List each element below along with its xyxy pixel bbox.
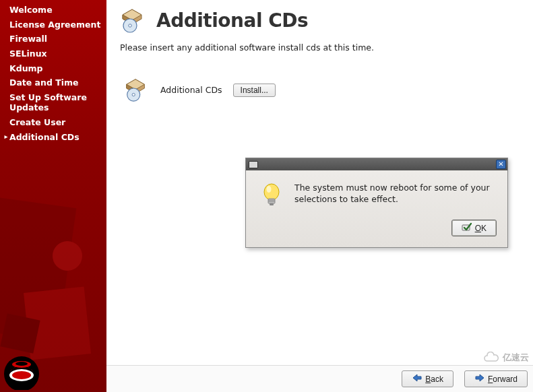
back-button[interactable]: Back xyxy=(402,370,453,387)
sidebar-item-additionalcds[interactable]: ▸ Additional CDs xyxy=(0,130,106,145)
watermark: 亿速云 xyxy=(482,352,529,364)
dialog-message: The system must now reboot for some of y… xyxy=(294,183,494,210)
wizard-footer: Back Forward xyxy=(106,365,533,392)
redhat-logo xyxy=(0,350,47,392)
dialog-titlebar[interactable]: ✕ xyxy=(246,158,507,170)
svg-point-3 xyxy=(53,241,82,271)
sidebar-item-welcome[interactable]: Welcome xyxy=(0,3,106,18)
sidebar-item-label: Additional CDs xyxy=(9,132,102,143)
apply-icon xyxy=(462,222,472,234)
sidebar-marker xyxy=(3,20,9,20)
page-title: Additional CDs xyxy=(156,9,308,32)
sidebar-item-label: Date and Time xyxy=(9,77,102,88)
svg-rect-2 xyxy=(0,313,40,353)
sidebar-item-label: Set Up Software Updates xyxy=(9,92,102,113)
box-cd-icon xyxy=(119,5,147,36)
sidebar-item-datetime[interactable]: Date and Time xyxy=(0,75,106,90)
close-icon[interactable]: ✕ xyxy=(496,160,506,169)
sidebar: Welcome License Agreement Firewall SELin… xyxy=(0,0,106,392)
sidebar-item-label: Kdump xyxy=(9,63,102,74)
sidebar-item-label: SELinux xyxy=(9,48,102,59)
svg-point-13 xyxy=(129,24,131,27)
sidebar-item-kdump[interactable]: Kdump xyxy=(0,61,106,76)
sidebar-item-updates[interactable]: Set Up Software Updates xyxy=(0,90,106,115)
svg-point-19 xyxy=(264,184,279,200)
sidebar-item-label: Welcome xyxy=(9,5,102,15)
install-button[interactable]: Install... xyxy=(233,84,276,97)
window-menu-icon[interactable] xyxy=(249,161,258,168)
cloud-icon xyxy=(482,352,500,364)
lightbulb-icon xyxy=(261,183,282,210)
sidebar-marker-active: ▸ xyxy=(3,132,9,141)
additional-cds-label: Additional CDs xyxy=(160,85,222,95)
back-label: Back xyxy=(425,374,443,384)
sidebar-item-firewall[interactable]: Firewall xyxy=(0,32,106,46)
ok-button[interactable]: OK xyxy=(451,220,497,236)
sidebar-marker xyxy=(3,77,9,78)
sidebar-marker xyxy=(3,34,9,34)
forward-button[interactable]: Forward xyxy=(464,370,528,387)
sidebar-marker xyxy=(3,92,9,93)
svg-rect-24 xyxy=(270,203,274,205)
arrow-left-icon xyxy=(412,374,422,384)
sidebar-item-license[interactable]: License Agreement xyxy=(0,18,106,32)
svg-point-18 xyxy=(132,93,135,96)
box-cd-icon-small xyxy=(123,75,150,104)
main-panel: Additional CDs Please insert any additio… xyxy=(106,0,533,392)
page-header: Additional CDs xyxy=(106,0,533,41)
ok-label: OK xyxy=(475,224,487,233)
sidebar-marker xyxy=(3,117,9,118)
svg-rect-0 xyxy=(0,197,76,342)
additional-cds-row: Additional CDs Install... xyxy=(106,66,533,111)
sidebar-item-selinux[interactable]: SELinux xyxy=(0,46,106,61)
sidebar-marker xyxy=(3,63,9,64)
sidebar-item-label: Firewall xyxy=(9,34,102,44)
forward-label: Forward xyxy=(488,374,518,384)
reboot-dialog: ✕ The system must now reboot for some of… xyxy=(245,158,508,248)
svg-point-8 xyxy=(15,362,28,366)
svg-point-20 xyxy=(267,186,272,193)
page-intro-text: Please insert any additional software in… xyxy=(106,41,533,66)
svg-point-6 xyxy=(12,371,31,379)
sidebar-marker xyxy=(3,48,9,49)
sidebar-item-label: Create User xyxy=(9,117,102,128)
watermark-text: 亿速云 xyxy=(503,352,529,364)
arrow-right-icon xyxy=(474,374,485,384)
sidebar-item-createuser[interactable]: Create User xyxy=(0,115,106,130)
sidebar-item-label: License Agreement xyxy=(9,20,102,30)
sidebar-marker xyxy=(3,5,9,5)
